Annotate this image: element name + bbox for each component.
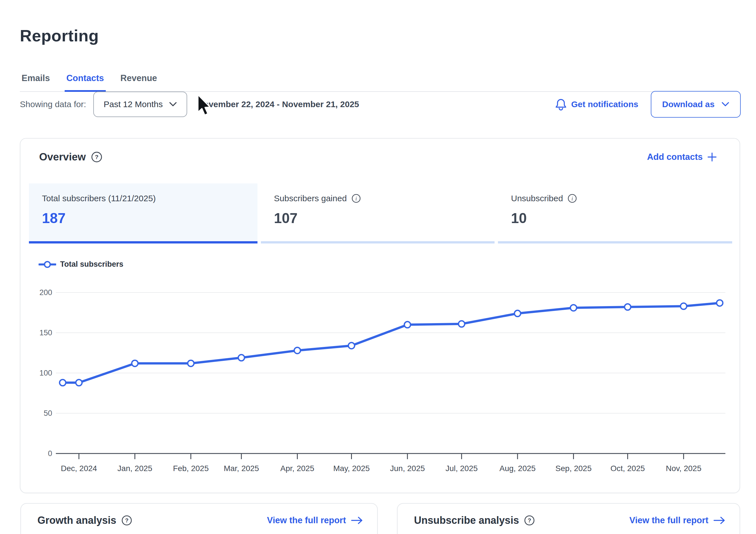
date-range-text: November 22, 2024 - November 21, 2025 — [197, 99, 359, 109]
legend-label: Total subscribers — [60, 260, 123, 269]
svg-text:?: ? — [125, 517, 128, 523]
overview-header: Overview ? Add contacts — [20, 139, 740, 163]
svg-text:Aug, 2025: Aug, 2025 — [500, 464, 536, 473]
chevron-down-icon — [721, 102, 729, 107]
unsubscribe-analysis-card: Unsubscribe analysis ? View the full rep… — [397, 503, 740, 534]
stat-subscribers-gained[interactable]: Subscribers gained i 107 — [261, 183, 495, 243]
chart-legend: Total subscribers — [39, 260, 123, 269]
svg-text:200: 200 — [40, 288, 52, 297]
page-title: Reporting — [20, 26, 99, 45]
stat-total-subscribers[interactable]: Total subscribers (11/21/2025) 187 — [29, 183, 257, 243]
svg-text:?: ? — [95, 154, 98, 160]
svg-text:Mar, 2025: Mar, 2025 — [224, 464, 259, 473]
help-icon[interactable]: ? — [524, 515, 535, 526]
date-range-select-value: Past 12 Months — [103, 99, 162, 109]
growth-view-full-report-link[interactable]: View the full report — [267, 515, 363, 525]
chevron-down-icon — [169, 102, 177, 107]
arrow-right-icon — [714, 517, 725, 524]
overview-title: Overview — [39, 151, 86, 163]
growth-analysis-card: Growth analysis ? View the full report — [20, 503, 378, 534]
svg-text:Sep, 2025: Sep, 2025 — [555, 464, 592, 473]
unsubscribe-view-full-report-link[interactable]: View the full report — [630, 515, 725, 525]
info-icon: i — [351, 193, 361, 203]
svg-text:50: 50 — [44, 409, 52, 418]
stat-total-subscribers-label: Total subscribers (11/21/2025) — [42, 193, 156, 203]
svg-text:May, 2025: May, 2025 — [333, 464, 370, 473]
stat-subscribers-gained-value: 107 — [274, 210, 495, 226]
stat-unsubscribed-label: Unsubscribed — [511, 193, 563, 203]
unsubscribe-analysis-title: Unsubscribe analysis — [414, 515, 519, 526]
tab-contacts[interactable]: Contacts — [65, 73, 106, 92]
reporting-page: Reporting Emails Contacts Revenue Showin… — [0, 0, 756, 534]
unsubscribe-view-full-report-label: View the full report — [630, 515, 708, 525]
svg-text:Jan, 2025: Jan, 2025 — [118, 464, 152, 473]
svg-text:i: i — [355, 195, 357, 202]
add-contacts-link[interactable]: Add contacts — [647, 152, 717, 162]
svg-text:Jun, 2025: Jun, 2025 — [390, 464, 425, 473]
overview-card: Overview ? Add contacts Total subscriber… — [20, 138, 740, 493]
tab-revenue[interactable]: Revenue — [119, 73, 159, 92]
subscribers-line-chart: 050100150200Dec, 2024Jan, 2025Feb, 2025M… — [20, 284, 741, 482]
svg-text:Nov, 2025: Nov, 2025 — [666, 464, 702, 473]
download-as-button[interactable]: Download as — [651, 91, 741, 118]
svg-text:Dec, 2024: Dec, 2024 — [61, 464, 97, 473]
svg-text:Apr, 2025: Apr, 2025 — [281, 464, 314, 473]
svg-text:i: i — [572, 195, 573, 202]
info-icon: i — [567, 193, 577, 203]
overview-stat-tabs: Total subscribers (11/21/2025) 187 Subsc… — [29, 183, 732, 243]
arrow-right-icon — [351, 517, 363, 524]
help-icon[interactable]: ? — [122, 515, 132, 526]
help-icon[interactable]: ? — [91, 151, 102, 163]
date-range-select[interactable]: Past 12 Months — [93, 91, 187, 117]
tab-emails[interactable]: Emails — [20, 73, 52, 92]
controls-row: Showing data for: Past 12 Months Novembe… — [20, 91, 741, 118]
svg-text:?: ? — [528, 517, 531, 523]
svg-text:Feb, 2025: Feb, 2025 — [173, 464, 209, 473]
stat-unsubscribed-value: 10 — [511, 210, 732, 226]
legend-line-marker-icon — [39, 261, 56, 268]
bell-icon — [555, 98, 567, 111]
get-notifications-label: Get notifications — [571, 99, 638, 109]
get-notifications-link[interactable]: Get notifications — [555, 98, 638, 111]
showing-data-label: Showing data for: — [20, 99, 86, 109]
growth-view-full-report-label: View the full report — [267, 515, 346, 525]
svg-text:100: 100 — [40, 369, 52, 377]
svg-text:0: 0 — [48, 449, 52, 458]
stat-total-subscribers-value: 187 — [42, 210, 257, 226]
plus-icon — [707, 152, 717, 162]
svg-text:Jul, 2025: Jul, 2025 — [446, 464, 478, 473]
svg-text:150: 150 — [40, 328, 52, 337]
stat-subscribers-gained-label: Subscribers gained — [274, 193, 347, 203]
svg-text:Oct, 2025: Oct, 2025 — [610, 464, 645, 473]
stat-unsubscribed[interactable]: Unsubscribed i 10 — [498, 183, 732, 243]
tab-bar: Emails Contacts Revenue — [20, 73, 736, 92]
growth-analysis-title: Growth analysis — [38, 515, 116, 526]
download-as-label: Download as — [662, 99, 715, 109]
add-contacts-label: Add contacts — [647, 152, 703, 162]
